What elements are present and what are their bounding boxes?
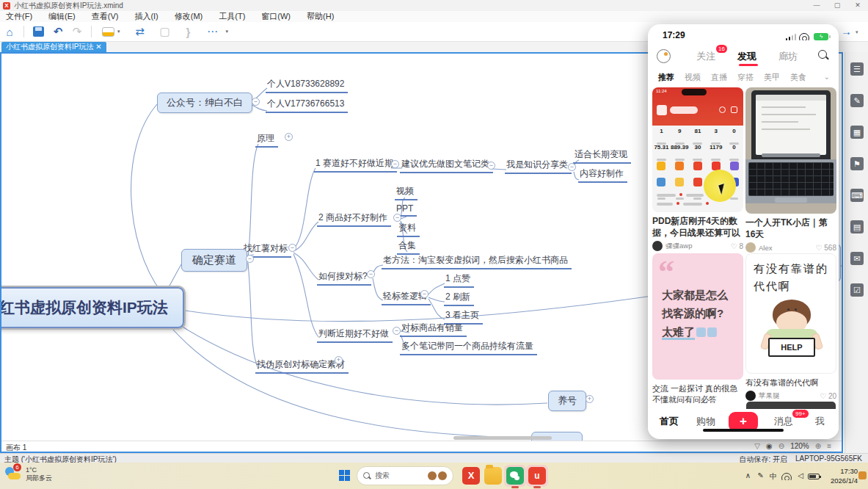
relationship-icon[interactable]: ⇄ (131, 25, 150, 38)
mindmap-topic[interactable]: 资料 (397, 222, 420, 237)
mindmap-topic[interactable]: 2 商品好不好制作 (317, 211, 391, 227)
mindmap-topic[interactable]: 对标商品有销量 (400, 322, 467, 337)
mindmap-topic[interactable]: 公众号：绅白不白 (157, 93, 252, 113)
tray-wifi-icon[interactable] (781, 473, 792, 480)
document-tab[interactable]: 小红书虚拟原创资料IP玩法 ✕ (1, 42, 106, 52)
creator-center-icon[interactable] (657, 49, 671, 63)
canvas-horizontal-scrollbar[interactable] (453, 436, 552, 440)
summary-icon[interactable]: } (179, 26, 198, 38)
collapse-marker-icon[interactable]: + (586, 395, 594, 403)
mindmap-topic[interactable]: 如何搜对标? (317, 270, 371, 286)
collapse-marker-icon[interactable]: + (335, 356, 343, 364)
tab-shop[interactable]: 购物 (696, 415, 715, 428)
category-tab[interactable]: 美食 (790, 72, 806, 83)
card-title[interactable]: 有没有靠谱的代代啊 (745, 377, 836, 388)
chevron-down-icon[interactable]: ⌄ (824, 73, 830, 81)
card-title[interactable]: PDD新店刚开4天的数据，今日战果还算可以 (652, 215, 743, 239)
menu-item[interactable]: 修改(M) (175, 11, 203, 22)
mindmap-topic[interactable]: 适合长期变现 (573, 148, 631, 164)
category-tab[interactable]: 穿搭 (737, 72, 754, 83)
tray-ime-icon[interactable]: 中 (770, 471, 777, 482)
feed-card[interactable]: 一个人开TK小店｜第16天 Alex ♡ 568 (745, 87, 836, 253)
task-panel-icon[interactable]: ☑ (850, 283, 864, 297)
tab-discover[interactable]: 发现 (737, 50, 756, 63)
menu-item[interactable]: 插入(I) (134, 11, 158, 22)
mindmap-topic[interactable]: 个人V17736766513 (266, 98, 348, 113)
mindmap-topic[interactable]: 我是知识分享类 (505, 159, 572, 174)
feed-card[interactable]: 有没有靠谱的 代代啊 HELP 有没有靠谱的代代啊 苹果脠 ♡ 20 (745, 253, 836, 401)
menu-item[interactable]: 查看(V) (92, 11, 119, 22)
mindmap-central-topic[interactable]: 小红书虚拟原创资料IP玩法 (1, 287, 184, 328)
more-dropdown-icon[interactable]: ▾ (226, 29, 229, 35)
avatar[interactable] (652, 241, 663, 251)
collapse-marker-icon[interactable]: − (487, 162, 495, 170)
author-name[interactable]: 骤骤awp (665, 242, 692, 251)
taskbar-explorer-icon[interactable] (484, 467, 502, 485)
mindmap-topic[interactable]: 养号 (548, 391, 586, 411)
marker-flag-icon[interactable]: ⚑ (850, 157, 864, 170)
close-button[interactable]: ✕ (847, 0, 868, 11)
taskbar-wechat-icon[interactable] (506, 467, 524, 485)
taskbar-app-icon[interactable]: u (528, 467, 546, 485)
boundary-icon[interactable]: ▢ (156, 25, 175, 38)
card-title[interactable]: 交流 一起探讨 真的很急 不懂就问有问必答 (652, 383, 743, 405)
mindmap-topic[interactable]: 确定赛道 (181, 249, 247, 272)
collapse-marker-icon[interactable]: − (252, 98, 260, 106)
more-tools-icon[interactable]: ⋯ (204, 25, 223, 38)
image-panel-icon[interactable]: ▦ (850, 126, 864, 139)
tray-battery-icon[interactable] (808, 474, 820, 479)
search-icon[interactable] (818, 50, 828, 60)
maximize-button[interactable]: ▢ (827, 0, 847, 11)
feed-card[interactable]: 11:24 198130 75.31889.393011790 PDD新店刚开4… (652, 87, 743, 251)
fit-view-icon[interactable]: ◉ (766, 442, 773, 450)
taskbar-xmind-icon[interactable]: X (462, 467, 480, 485)
zoom-out-icon[interactable]: ⊖ (778, 442, 784, 450)
mindmap-topic[interactable]: 2 刷新 (444, 291, 474, 306)
collapse-marker-icon[interactable]: − (568, 163, 576, 171)
category-tab[interactable]: 视频 (685, 72, 701, 83)
avatar[interactable] (745, 242, 756, 253)
feed-card[interactable]: “ 大家都是怎么 找客源的啊? 太难了 交流 一起探讨 真的很急 不懂就问有问必… (652, 253, 743, 405)
tray-clock[interactable]: 17:30 2026/1/4 (831, 466, 858, 485)
collapse-marker-icon[interactable]: − (391, 160, 399, 168)
notes-panel-icon[interactable]: ▤ (850, 220, 864, 233)
taskbar-search[interactable]: 搜索 (357, 466, 453, 485)
mindmap-topic[interactable]: 多个笔记带同一个商品持续有流量 (400, 340, 537, 355)
mindmap-topic[interactable]: 判断近期好不好做 (317, 327, 393, 343)
save-icon[interactable] (33, 26, 44, 37)
tray-volume-icon[interactable]: ◁ (798, 471, 803, 479)
mindmap-topic[interactable]: 内容好制作 (578, 167, 627, 183)
sheet-tab[interactable]: 画布 1 (6, 443, 26, 453)
marker-dropdown-icon[interactable]: ▾ (117, 29, 120, 35)
undo-icon[interactable]: ↶ (48, 25, 68, 38)
menu-item[interactable]: 窗口(W) (261, 11, 291, 22)
marker-style-icon[interactable] (102, 27, 114, 37)
zoom-in-icon[interactable]: ⊕ (815, 442, 821, 450)
menu-item[interactable]: 帮助(H) (307, 11, 334, 22)
collapse-marker-icon[interactable]: − (393, 214, 401, 222)
collapse-marker-icon[interactable]: + (285, 133, 293, 141)
collapse-marker-icon[interactable]: − (393, 327, 401, 335)
mindmap-topic[interactable]: 合集 (397, 239, 420, 255)
mindmap-topic[interactable]: 老方法：淘宝裂变虚拟词，然后搜索小红书商品 (382, 254, 572, 269)
tab-follow[interactable]: 关注 (696, 50, 715, 63)
tray-pen-icon[interactable]: ✎ (758, 471, 764, 479)
menu-item[interactable]: 工具(T) (219, 11, 245, 22)
like-count[interactable]: ♡ 20 (820, 392, 836, 400)
category-tab[interactable]: 美甲 (764, 72, 780, 83)
share-dropdown-icon[interactable]: ▾ (856, 29, 858, 35)
like-count[interactable]: ♡ 8 (731, 242, 743, 250)
collapse-marker-icon[interactable]: − (420, 290, 428, 298)
mindmap-topic[interactable]: 原理 (255, 132, 278, 148)
mindmap-topic[interactable]: 1 赛道好不好做近期 (314, 157, 397, 173)
start-button[interactable] (339, 470, 350, 481)
tab-me[interactable]: 我 (815, 415, 825, 428)
like-count[interactable]: ♡ 568 (816, 244, 836, 252)
collapse-marker-icon[interactable]: − (288, 244, 296, 252)
share-arrow-icon[interactable]: → (841, 25, 852, 37)
comment-panel-icon[interactable]: ✉ (850, 252, 864, 265)
category-tab[interactable]: 直播 (711, 72, 727, 83)
canvas-menu-icon[interactable]: ≡ (827, 442, 831, 450)
tray-chevron-icon[interactable]: ∧ (745, 471, 751, 479)
mindmap-topic[interactable]: 建议优先做图文笔记类 (400, 158, 493, 173)
